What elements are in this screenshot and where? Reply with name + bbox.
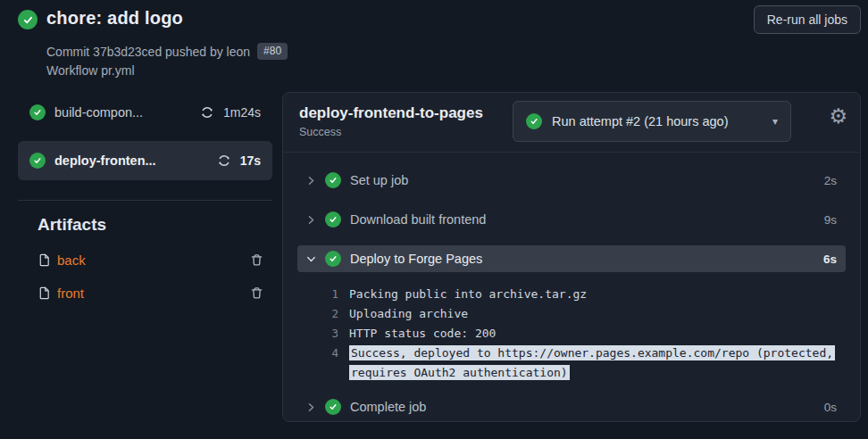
file-icon bbox=[38, 253, 51, 267]
rerun-job-icon[interactable] bbox=[217, 153, 231, 168]
artifact-row: back bbox=[38, 253, 263, 268]
chevron-right-icon bbox=[306, 402, 319, 412]
step-name: Deploy to Forge Pages bbox=[350, 252, 823, 266]
artifact-row: front bbox=[38, 286, 263, 301]
log-line-text: Uploading archive bbox=[349, 304, 468, 324]
job-duration: 17s bbox=[240, 153, 261, 168]
job-name: build-compon... bbox=[54, 105, 191, 120]
step-duration: 9s bbox=[824, 213, 837, 227]
step-duration: 0s bbox=[824, 401, 837, 414]
step-success-icon bbox=[325, 399, 341, 415]
step-row-complete-job[interactable]: Complete job 0s bbox=[297, 393, 846, 420]
attempt-success-icon bbox=[526, 113, 542, 129]
step-success-icon bbox=[325, 251, 341, 267]
step-row-download-frontend[interactable]: Download built frontend 9s bbox=[297, 206, 846, 233]
steps-list: Set up job 2s Download built frontend 9s… bbox=[283, 153, 860, 420]
job-success-icon bbox=[29, 153, 46, 169]
log-line-number[interactable]: 2 bbox=[297, 304, 338, 324]
gear-icon[interactable]: ⚙ bbox=[829, 106, 847, 127]
step-row-setup-job[interactable]: Set up job 2s bbox=[297, 167, 846, 194]
log-line-text: Packing public into archive.tar.gz bbox=[349, 285, 587, 304]
caret-down-icon: ▾ bbox=[772, 115, 778, 128]
sidebar-job-build-components[interactable]: build-compon... 1m24s bbox=[18, 93, 272, 132]
job-success-icon bbox=[29, 104, 46, 120]
log-line-selected: 4 Success, deployed to https://owner.pag… bbox=[297, 344, 846, 383]
step-duration: 6s bbox=[823, 253, 837, 266]
trash-icon[interactable] bbox=[250, 253, 263, 267]
sidebar-job-deploy-frontend[interactable]: deploy-fronten... 17s bbox=[18, 141, 272, 180]
chevron-right-icon bbox=[306, 215, 319, 225]
job-detail-panel: deploy-frontend-to-pages Success Run att… bbox=[282, 92, 861, 422]
job-panel-header: deploy-frontend-to-pages Success Run att… bbox=[283, 93, 860, 153]
chevron-down-icon bbox=[306, 254, 319, 264]
log-line-text: HTTP status code: 200 bbox=[349, 324, 496, 344]
step-duration: 2s bbox=[824, 174, 837, 187]
jobs-sidebar: build-compon... 1m24s deploy-fronten... … bbox=[18, 93, 272, 301]
pr-number-badge[interactable]: #80 bbox=[257, 43, 288, 60]
log-line: 2 Uploading archive bbox=[297, 304, 846, 324]
commit-text: Commit 37b3d23ced pushed by leon bbox=[46, 45, 250, 59]
file-icon bbox=[38, 286, 51, 300]
page-title: chore: add logo bbox=[46, 8, 183, 29]
log-line-number[interactable]: 4 bbox=[297, 344, 338, 363]
run-attempt-label: Run attempt #2 (21 hours ago) bbox=[552, 114, 763, 128]
workflow-success-icon bbox=[18, 10, 38, 29]
chevron-right-icon bbox=[306, 176, 319, 186]
log-line: 3 HTTP status code: 200 bbox=[297, 324, 846, 344]
log-line-text: Success, deployed to https://owner.pages… bbox=[349, 344, 835, 383]
step-name: Complete job bbox=[350, 400, 824, 414]
rerun-all-jobs-button[interactable]: Re-run all jobs bbox=[754, 5, 861, 34]
job-duration: 1m24s bbox=[223, 105, 261, 120]
trash-icon[interactable] bbox=[250, 286, 263, 300]
step-row-deploy-pages[interactable]: Deploy to Forge Pages 6s bbox=[297, 245, 846, 272]
log-line-number[interactable]: 3 bbox=[297, 324, 338, 344]
commit-line: Commit 37b3d23ced pushed by leon #80 bbox=[46, 43, 288, 60]
workflow-file: Workflow pr.yml bbox=[46, 63, 135, 78]
step-log-output: 1 Packing public into archive.tar.gz 2 U… bbox=[297, 285, 846, 383]
rerun-job-icon[interactable] bbox=[200, 105, 214, 120]
step-success-icon bbox=[325, 211, 341, 228]
step-success-icon bbox=[325, 172, 341, 188]
sidebar-divider bbox=[18, 200, 272, 201]
log-line-number[interactable]: 1 bbox=[297, 285, 338, 304]
step-name: Set up job bbox=[350, 173, 824, 187]
log-line: 1 Packing public into archive.tar.gz bbox=[297, 285, 846, 304]
artifact-link-front[interactable]: front bbox=[57, 286, 244, 301]
artifact-link-back[interactable]: back bbox=[57, 253, 244, 268]
step-name: Download built frontend bbox=[350, 212, 824, 227]
run-attempt-dropdown[interactable]: Run attempt #2 (21 hours ago) ▾ bbox=[513, 101, 791, 142]
selected-log-text: Success, deployed to https://owner.pages… bbox=[349, 345, 835, 360]
selected-log-text: requires OAuth2 authentication) bbox=[349, 365, 570, 380]
job-name: deploy-fronten... bbox=[54, 153, 208, 168]
artifacts-heading: Artifacts bbox=[38, 215, 272, 235]
